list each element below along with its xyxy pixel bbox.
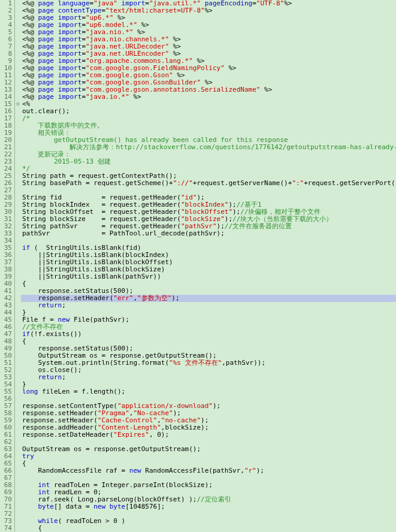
fold-marker	[15, 22, 21, 29]
fold-marker	[15, 489, 21, 496]
fold-marker	[15, 7, 21, 14]
fold-marker	[15, 309, 21, 316]
fold-marker	[15, 338, 21, 345]
fold-marker	[15, 460, 21, 467]
fold-marker	[15, 165, 21, 173]
code-line[interactable]: String basePath = request.getScheme()+":…	[21, 180, 396, 187]
code-line[interactable]: <%	[21, 101, 396, 108]
fold-marker	[15, 417, 21, 424]
fold-marker	[15, 194, 21, 201]
line-number: 74	[0, 525, 14, 532]
code-editor: 1234567891011121314151617181920212223242…	[0, 0, 396, 532]
line-number-gutter: 1234567891011121314151617181920212223242…	[0, 0, 15, 532]
fold-marker	[15, 374, 21, 381]
code-line[interactable]: os.close();	[21, 367, 396, 374]
fold-marker	[15, 518, 21, 525]
fold-marker	[15, 36, 21, 43]
fold-marker	[15, 50, 21, 58]
fold-marker	[15, 129, 21, 137]
code-line[interactable]: 解决方法参考：http://stackoverflow.com/question…	[21, 144, 396, 151]
fold-marker	[15, 259, 21, 266]
fold-marker	[15, 252, 21, 259]
fold-marker	[15, 496, 21, 503]
line-number: 3	[0, 14, 14, 22]
fold-marker	[15, 345, 21, 352]
code-line[interactable]: RandomAccessFile raf = new RandomAccessF…	[21, 467, 396, 474]
fold-marker	[15, 230, 21, 237]
code-line[interactable]: while( readToLen > 0 )	[21, 518, 396, 525]
fold-marker	[15, 446, 21, 453]
code-line[interactable]: File f = new File(pathSvr);	[21, 316, 396, 324]
fold-marker	[15, 510, 21, 518]
code-line[interactable]: if(!f.exists())	[21, 331, 396, 338]
fold-marker	[15, 137, 21, 144]
code-line[interactable]: long fileLen = f.length();	[21, 388, 396, 395]
fold-marker	[15, 288, 21, 295]
fold-marker	[15, 439, 21, 446]
fold-marker	[15, 58, 21, 65]
code-line[interactable]: ||StringUtils.isBlank(pathSvr))	[21, 273, 396, 280]
fold-marker	[15, 431, 21, 439]
fold-marker	[15, 295, 21, 302]
fold-marker	[15, 115, 21, 122]
code-line[interactable]: OutputStream os = response.getOutputStre…	[21, 446, 396, 453]
fold-gutter: ⊟	[15, 0, 21, 532]
fold-marker	[15, 79, 21, 86]
fold-marker	[15, 367, 21, 374]
fold-marker	[15, 324, 21, 331]
fold-marker	[15, 0, 21, 7]
code-line[interactable]: return;	[21, 302, 396, 309]
code-area[interactable]: <%@ page language="java" import="java.ut…	[21, 0, 396, 532]
fold-marker	[15, 173, 21, 180]
fold-marker	[15, 352, 21, 359]
fold-marker	[15, 65, 21, 72]
fold-marker	[15, 424, 21, 431]
fold-marker	[15, 403, 21, 410]
fold-marker	[15, 316, 21, 324]
code-line[interactable]: out.clear();	[21, 108, 396, 115]
fold-marker[interactable]: ⊟	[15, 101, 21, 108]
line-number: 2	[0, 7, 14, 14]
fold-marker	[15, 43, 21, 50]
fold-marker	[15, 467, 21, 474]
code-line[interactable]: 2015-05-13 创建	[21, 158, 396, 165]
fold-marker	[15, 453, 21, 460]
fold-marker	[15, 14, 21, 22]
fold-marker	[15, 201, 21, 208]
code-line[interactable]: {	[21, 525, 396, 532]
fold-marker	[15, 223, 21, 230]
code-line[interactable]: byte[] data = new byte[1048576];	[21, 503, 396, 510]
fold-marker	[15, 280, 21, 288]
code-line[interactable]: try	[21, 453, 396, 460]
code-line[interactable]: response.setHeader("err","参数为空");	[21, 295, 396, 302]
fold-marker	[15, 525, 21, 532]
line-number: 7	[0, 43, 14, 50]
fold-marker	[15, 395, 21, 403]
fold-marker	[15, 187, 21, 194]
line-number: 4	[0, 22, 14, 29]
fold-marker	[15, 86, 21, 93]
fold-marker	[15, 72, 21, 79]
fold-marker	[15, 266, 21, 273]
fold-marker	[15, 237, 21, 244]
fold-marker	[15, 108, 21, 115]
code-line[interactable]: <%@ page import="java.io.*" %>	[21, 93, 396, 101]
line-number: 8	[0, 50, 14, 58]
code-line[interactable]: response.setDateHeader("Expires", 0);	[21, 431, 396, 439]
fold-marker	[15, 359, 21, 367]
fold-marker	[15, 331, 21, 338]
line-number: 5	[0, 29, 14, 36]
fold-marker	[15, 503, 21, 510]
fold-marker	[15, 388, 21, 395]
fold-marker	[15, 122, 21, 129]
fold-marker	[15, 482, 21, 489]
fold-marker	[15, 410, 21, 417]
code-line[interactable]: return;	[21, 374, 396, 381]
fold-marker	[15, 93, 21, 101]
line-number: 1	[0, 0, 14, 7]
fold-marker	[15, 302, 21, 309]
code-line[interactable]: pathSvr = PathTool.url_decode(pathSvr);	[21, 230, 396, 237]
fold-marker	[15, 158, 21, 165]
code-line[interactable]: 下载数据库中的文件。	[21, 122, 396, 129]
fold-marker	[15, 151, 21, 158]
